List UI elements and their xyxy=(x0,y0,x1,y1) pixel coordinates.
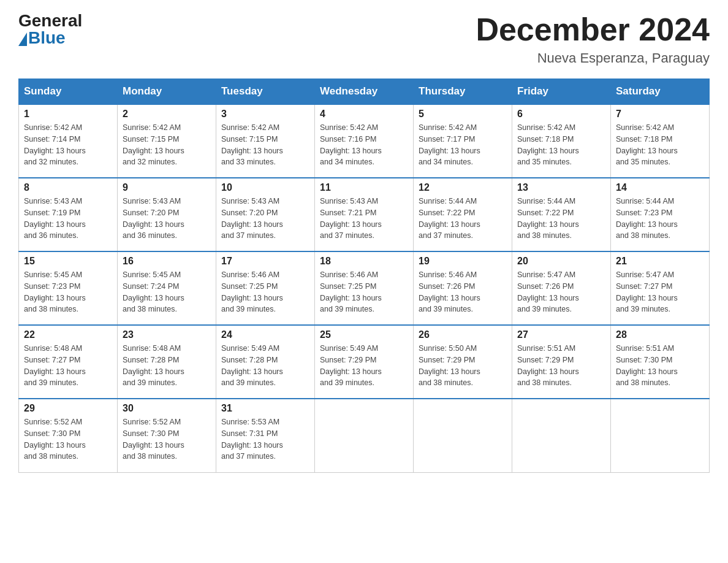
day-number: 21 xyxy=(616,256,704,267)
calendar-cell: 25 Sunrise: 5:49 AMSunset: 7:29 PMDaylig… xyxy=(315,325,414,399)
header-row: SundayMondayTuesdayWednesdayThursdayFrid… xyxy=(19,79,710,105)
day-detail: Sunrise: 5:46 AMSunset: 7:25 PMDaylight:… xyxy=(221,270,283,313)
day-number: 3 xyxy=(221,109,309,120)
logo-triangle-icon xyxy=(18,33,27,46)
day-number: 1 xyxy=(24,109,112,120)
day-detail: Sunrise: 5:43 AMSunset: 7:21 PMDaylight:… xyxy=(320,197,382,240)
day-detail: Sunrise: 5:43 AMSunset: 7:19 PMDaylight:… xyxy=(24,197,86,240)
day-detail: Sunrise: 5:42 AMSunset: 7:14 PMDaylight:… xyxy=(24,123,86,166)
day-number: 28 xyxy=(616,329,704,340)
day-number: 5 xyxy=(419,109,507,120)
day-detail: Sunrise: 5:51 AMSunset: 7:29 PMDaylight:… xyxy=(517,344,579,387)
day-number: 25 xyxy=(320,329,408,340)
header-sunday: Sunday xyxy=(19,79,118,105)
day-number: 9 xyxy=(123,182,211,193)
day-detail: Sunrise: 5:42 AMSunset: 7:17 PMDaylight:… xyxy=(419,123,480,166)
calendar-cell: 23 Sunrise: 5:48 AMSunset: 7:28 PMDaylig… xyxy=(118,325,216,399)
calendar-table: SundayMondayTuesdayWednesdayThursdayFrid… xyxy=(18,79,710,473)
calendar-cell: 8 Sunrise: 5:43 AMSunset: 7:19 PMDayligh… xyxy=(19,178,118,251)
day-number: 30 xyxy=(123,403,211,414)
day-number: 16 xyxy=(123,256,211,267)
calendar-cell: 31 Sunrise: 5:53 AMSunset: 7:31 PMDaylig… xyxy=(216,399,315,472)
month-title: December 2024 xyxy=(476,12,710,47)
day-detail: Sunrise: 5:42 AMSunset: 7:18 PMDaylight:… xyxy=(616,123,678,166)
calendar-cell: 13 Sunrise: 5:44 AMSunset: 7:22 PMDaylig… xyxy=(512,178,611,251)
calendar-cell: 28 Sunrise: 5:51 AMSunset: 7:30 PMDaylig… xyxy=(611,325,710,399)
calendar-cell: 2 Sunrise: 5:42 AMSunset: 7:15 PMDayligh… xyxy=(118,104,216,178)
calendar-row: 8 Sunrise: 5:43 AMSunset: 7:19 PMDayligh… xyxy=(19,178,710,251)
day-detail: Sunrise: 5:42 AMSunset: 7:18 PMDaylight:… xyxy=(517,123,579,166)
day-detail: Sunrise: 5:43 AMSunset: 7:20 PMDaylight:… xyxy=(123,197,184,240)
calendar-cell xyxy=(512,399,611,472)
page-header: General Blue December 2024 Nueva Esperan… xyxy=(18,12,710,66)
calendar-cell: 17 Sunrise: 5:46 AMSunset: 7:25 PMDaylig… xyxy=(216,251,315,325)
calendar-cell: 18 Sunrise: 5:46 AMSunset: 7:25 PMDaylig… xyxy=(315,251,414,325)
logo: General Blue xyxy=(18,12,82,47)
day-detail: Sunrise: 5:46 AMSunset: 7:26 PMDaylight:… xyxy=(419,270,480,313)
calendar-row: 1 Sunrise: 5:42 AMSunset: 7:14 PMDayligh… xyxy=(19,104,710,178)
day-detail: Sunrise: 5:49 AMSunset: 7:28 PMDaylight:… xyxy=(221,344,283,387)
day-number: 27 xyxy=(517,329,605,340)
day-number: 7 xyxy=(616,109,704,120)
day-number: 2 xyxy=(123,109,211,120)
calendar-cell: 29 Sunrise: 5:52 AMSunset: 7:30 PMDaylig… xyxy=(19,399,118,472)
day-detail: Sunrise: 5:50 AMSunset: 7:29 PMDaylight:… xyxy=(419,344,480,387)
calendar-cell: 26 Sunrise: 5:50 AMSunset: 7:29 PMDaylig… xyxy=(414,325,512,399)
day-detail: Sunrise: 5:47 AMSunset: 7:27 PMDaylight:… xyxy=(616,270,678,313)
calendar-cell: 16 Sunrise: 5:45 AMSunset: 7:24 PMDaylig… xyxy=(118,251,216,325)
calendar-cell: 14 Sunrise: 5:44 AMSunset: 7:23 PMDaylig… xyxy=(611,178,710,251)
calendar-header: SundayMondayTuesdayWednesdayThursdayFrid… xyxy=(19,79,710,105)
day-number: 24 xyxy=(221,329,309,340)
day-detail: Sunrise: 5:45 AMSunset: 7:24 PMDaylight:… xyxy=(123,270,184,313)
calendar-cell: 15 Sunrise: 5:45 AMSunset: 7:23 PMDaylig… xyxy=(19,251,118,325)
day-number: 4 xyxy=(320,109,408,120)
calendar-body: 1 Sunrise: 5:42 AMSunset: 7:14 PMDayligh… xyxy=(19,104,710,472)
day-detail: Sunrise: 5:53 AMSunset: 7:31 PMDaylight:… xyxy=(221,418,283,461)
calendar-cell: 20 Sunrise: 5:47 AMSunset: 7:26 PMDaylig… xyxy=(512,251,611,325)
day-number: 29 xyxy=(24,403,112,414)
calendar-cell: 10 Sunrise: 5:43 AMSunset: 7:20 PMDaylig… xyxy=(216,178,315,251)
day-number: 14 xyxy=(616,182,704,193)
location-subtitle: Nueva Esperanza, Paraguay xyxy=(476,50,710,66)
day-detail: Sunrise: 5:44 AMSunset: 7:22 PMDaylight:… xyxy=(419,197,480,240)
day-detail: Sunrise: 5:52 AMSunset: 7:30 PMDaylight:… xyxy=(123,418,184,461)
day-detail: Sunrise: 5:49 AMSunset: 7:29 PMDaylight:… xyxy=(320,344,382,387)
day-detail: Sunrise: 5:44 AMSunset: 7:23 PMDaylight:… xyxy=(616,197,678,240)
day-number: 12 xyxy=(419,182,507,193)
calendar-row: 15 Sunrise: 5:45 AMSunset: 7:23 PMDaylig… xyxy=(19,251,710,325)
day-number: 10 xyxy=(221,182,309,193)
day-detail: Sunrise: 5:43 AMSunset: 7:20 PMDaylight:… xyxy=(221,197,283,240)
header-saturday: Saturday xyxy=(611,79,710,105)
day-number: 20 xyxy=(517,256,605,267)
day-number: 23 xyxy=(123,329,211,340)
calendar-cell xyxy=(414,399,512,472)
calendar-cell: 7 Sunrise: 5:42 AMSunset: 7:18 PMDayligh… xyxy=(611,104,710,178)
calendar-cell: 30 Sunrise: 5:52 AMSunset: 7:30 PMDaylig… xyxy=(118,399,216,472)
header-thursday: Thursday xyxy=(414,79,512,105)
calendar-cell: 9 Sunrise: 5:43 AMSunset: 7:20 PMDayligh… xyxy=(118,178,216,251)
day-number: 18 xyxy=(320,256,408,267)
logo-general-text: General xyxy=(18,12,82,29)
calendar-cell: 24 Sunrise: 5:49 AMSunset: 7:28 PMDaylig… xyxy=(216,325,315,399)
day-number: 31 xyxy=(221,403,309,414)
calendar-cell: 6 Sunrise: 5:42 AMSunset: 7:18 PMDayligh… xyxy=(512,104,611,178)
day-detail: Sunrise: 5:45 AMSunset: 7:23 PMDaylight:… xyxy=(24,270,86,313)
day-number: 13 xyxy=(517,182,605,193)
day-number: 26 xyxy=(419,329,507,340)
day-detail: Sunrise: 5:42 AMSunset: 7:15 PMDaylight:… xyxy=(221,123,283,166)
day-detail: Sunrise: 5:42 AMSunset: 7:15 PMDaylight:… xyxy=(123,123,184,166)
title-block: December 2024 Nueva Esperanza, Paraguay xyxy=(476,12,710,66)
day-detail: Sunrise: 5:48 AMSunset: 7:28 PMDaylight:… xyxy=(123,344,184,387)
day-number: 17 xyxy=(221,256,309,267)
day-detail: Sunrise: 5:48 AMSunset: 7:27 PMDaylight:… xyxy=(24,344,86,387)
day-number: 8 xyxy=(24,182,112,193)
calendar-cell: 1 Sunrise: 5:42 AMSunset: 7:14 PMDayligh… xyxy=(19,104,118,178)
calendar-cell xyxy=(611,399,710,472)
day-number: 6 xyxy=(517,109,605,120)
day-detail: Sunrise: 5:44 AMSunset: 7:22 PMDaylight:… xyxy=(517,197,579,240)
header-wednesday: Wednesday xyxy=(315,79,414,105)
day-detail: Sunrise: 5:52 AMSunset: 7:30 PMDaylight:… xyxy=(24,418,86,461)
header-friday: Friday xyxy=(512,79,611,105)
calendar-cell: 12 Sunrise: 5:44 AMSunset: 7:22 PMDaylig… xyxy=(414,178,512,251)
day-detail: Sunrise: 5:51 AMSunset: 7:30 PMDaylight:… xyxy=(616,344,678,387)
